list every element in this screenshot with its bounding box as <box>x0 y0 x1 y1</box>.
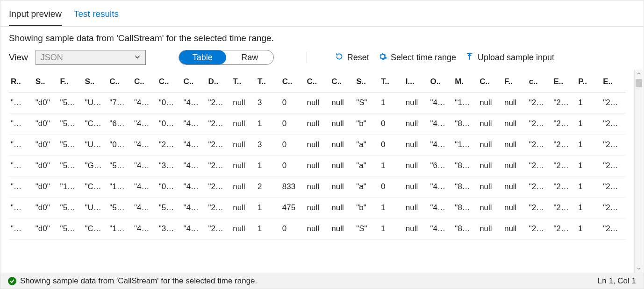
table-cell: "1… <box>107 219 132 240</box>
success-icon <box>8 277 16 285</box>
table-cell: null <box>502 134 527 155</box>
column-header[interactable]: C.. <box>478 70 502 92</box>
table-cell: "4… <box>132 197 157 219</box>
table-cell: "5… <box>58 219 83 240</box>
column-header[interactable]: O.. <box>429 70 453 92</box>
view-toggle: Table Raw <box>179 50 274 65</box>
table-cell: 1 <box>576 176 601 197</box>
data-table-container: R..S..F..S..C..C..C..C..D..T..T..C..C..C… <box>0 70 644 273</box>
column-header[interactable]: E.. <box>552 70 577 92</box>
column-header[interactable]: T.. <box>231 70 256 92</box>
scroll-thumb[interactable] <box>636 79 642 87</box>
column-header[interactable]: F.. <box>58 70 83 92</box>
table-cell: "… <box>9 197 34 219</box>
column-header[interactable]: S.. <box>354 70 379 92</box>
table-cell: null <box>502 155 527 176</box>
table-cell: "… <box>9 176 34 197</box>
table-cell: "2… <box>206 219 231 240</box>
table-cell: "2… <box>527 197 552 219</box>
table-cell: "2… <box>527 92 552 113</box>
table-row[interactable]: "…"d0""5…"C…"1…"4…"3…"4…"2…null10nullnul… <box>9 219 626 240</box>
status-message: Showing sample data from 'CallStream' fo… <box>20 276 257 286</box>
upload-sample-button[interactable]: Upload sample input <box>465 52 554 63</box>
tab-test-results[interactable]: Test results <box>74 6 119 26</box>
table-cell: "4… <box>182 113 207 134</box>
table-cell: "b" <box>354 197 379 219</box>
table-cell: "5… <box>58 155 83 176</box>
table-cell: "0… <box>157 113 182 134</box>
table-cell: null <box>231 197 256 219</box>
column-header[interactable]: M. <box>453 70 478 92</box>
column-header[interactable]: S.. <box>83 70 107 92</box>
table-cell: 0 <box>379 134 404 155</box>
table-cell: "5… <box>58 197 83 219</box>
table-cell: "5… <box>58 113 83 134</box>
toggle-table[interactable]: Table <box>179 50 226 64</box>
column-header[interactable]: I... <box>404 70 429 92</box>
table-cell: "2… <box>527 176 552 197</box>
table-cell: "4… <box>132 134 157 155</box>
table-cell: 1 <box>256 197 280 219</box>
scrollbar-vertical[interactable] <box>634 70 643 273</box>
column-header[interactable]: P.. <box>576 70 601 92</box>
table-cell: 0 <box>280 134 305 155</box>
column-header[interactable]: T.. <box>379 70 404 92</box>
table-cell: "2… <box>601 155 626 176</box>
table-cell: "2… <box>527 155 552 176</box>
table-cell: "4… <box>182 134 207 155</box>
table-cell: "1… <box>453 134 478 155</box>
table-row[interactable]: "…"d0""1…"C…"1…"4…"0…"4…"2…null2833nulln… <box>9 176 626 197</box>
column-header[interactable]: C.. <box>305 70 330 92</box>
table-cell: 1 <box>576 197 601 219</box>
reset-button[interactable]: Reset <box>335 52 369 63</box>
table-cell: "2… <box>552 155 577 176</box>
column-header[interactable]: C.. <box>182 70 207 92</box>
table-cell: "4… <box>132 113 157 134</box>
column-header[interactable]: E.. <box>601 70 626 92</box>
table-cell: "a" <box>354 155 379 176</box>
table-cell: null <box>478 92 502 113</box>
format-select[interactable]: JSON <box>36 50 146 65</box>
table-row[interactable]: "…"d0""5…"C…"6…"4…"0…"4…"2…null10nullnul… <box>9 113 626 134</box>
table-cell: "3… <box>157 155 182 176</box>
column-header[interactable]: F.. <box>502 70 527 92</box>
column-header[interactable]: C.. <box>280 70 305 92</box>
table-cell: null <box>329 155 354 176</box>
table-cell: "2… <box>552 92 577 113</box>
table-cell: "2… <box>527 219 552 240</box>
table-row[interactable]: "…"d0""5…"U…"7…"4…"0…"4…"2…null30nullnul… <box>9 92 626 113</box>
scroll-down-icon[interactable] <box>635 264 643 273</box>
column-header[interactable]: C.. <box>107 70 132 92</box>
table-cell: "2… <box>552 219 577 240</box>
column-header[interactable]: R.. <box>9 70 34 92</box>
upload-sample-label: Upload sample input <box>478 53 554 63</box>
tab-input-preview[interactable]: Input preview <box>9 6 62 26</box>
table-cell: "5… <box>157 197 182 219</box>
table-cell: "4… <box>429 197 453 219</box>
scroll-up-icon[interactable] <box>635 70 643 78</box>
table-cell: "2… <box>552 197 577 219</box>
table-cell: null <box>404 219 429 240</box>
table-cell: "… <box>9 92 34 113</box>
column-header[interactable]: C.. <box>157 70 182 92</box>
table-cell: 1 <box>379 197 404 219</box>
column-header[interactable]: D.. <box>206 70 231 92</box>
table-row[interactable]: "…"d0""5…"U…"0…"4…"2…"4…"2…null30nullnul… <box>9 134 626 155</box>
table-cell: "2… <box>552 113 577 134</box>
table-cell: 1 <box>379 219 404 240</box>
table-cell: null <box>305 134 330 155</box>
column-header[interactable]: C.. <box>132 70 157 92</box>
column-header[interactable]: T.. <box>256 70 280 92</box>
column-header[interactable]: C.. <box>329 70 354 92</box>
table-cell: "4… <box>429 134 453 155</box>
table-row[interactable]: "…"d0""5…"G…"5…"4…"3…"4…"2…null10nullnul… <box>9 155 626 176</box>
select-time-range-button[interactable]: Select time range <box>379 52 456 63</box>
table-cell: "U… <box>83 197 107 219</box>
table-cell: "2… <box>552 134 577 155</box>
column-header[interactable]: S.. <box>34 70 58 92</box>
column-header[interactable]: c.. <box>527 70 552 92</box>
toggle-raw[interactable]: Raw <box>226 50 273 64</box>
table-cell: "5… <box>58 134 83 155</box>
table-cell: "d0" <box>34 92 58 113</box>
table-row[interactable]: "…"d0""5…"U…"5…"4…"5…"4…"2…null1475nulln… <box>9 197 626 219</box>
